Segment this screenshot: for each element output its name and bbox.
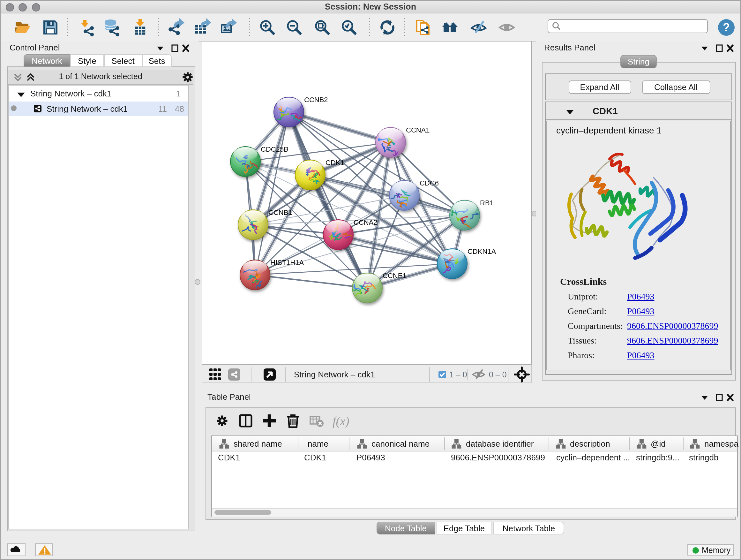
- svg-text:CCNE1: CCNE1: [383, 272, 407, 280]
- svg-text:f(x): f(x): [332, 414, 349, 428]
- svg-text:CCNA2: CCNA2: [354, 219, 378, 226]
- svg-text:canonical name: canonical name: [372, 439, 429, 448]
- svg-text:CDC6: CDC6: [420, 179, 439, 187]
- svg-text:description: description: [570, 439, 610, 448]
- svg-text:String Network – cdk1: String Network – cdk1: [294, 370, 375, 379]
- svg-text:RB1: RB1: [480, 199, 494, 207]
- svg-text:?: ?: [723, 21, 730, 34]
- svg-text:1 – 0: 1 – 0: [449, 370, 467, 379]
- svg-text:namespace: namespace: [704, 439, 738, 448]
- svg-text:name: name: [308, 439, 328, 448]
- svg-text:@id: @id: [651, 439, 666, 448]
- svg-text:CCNB2: CCNB2: [304, 96, 328, 104]
- svg-text:HIST1H1A: HIST1H1A: [270, 259, 304, 266]
- svg-text:CCNB1: CCNB1: [268, 208, 292, 216]
- svg-text:CDC25B: CDC25B: [261, 145, 288, 153]
- svg-text:database identifier: database identifier: [466, 439, 534, 448]
- svg-text:CCNA1: CCNA1: [406, 126, 430, 134]
- svg-text:CDK1: CDK1: [326, 159, 344, 167]
- svg-text:0 – 0: 0 – 0: [489, 370, 507, 379]
- svg-text:shared name: shared name: [233, 439, 282, 448]
- svg-text:CDKN1A: CDKN1A: [468, 247, 496, 255]
